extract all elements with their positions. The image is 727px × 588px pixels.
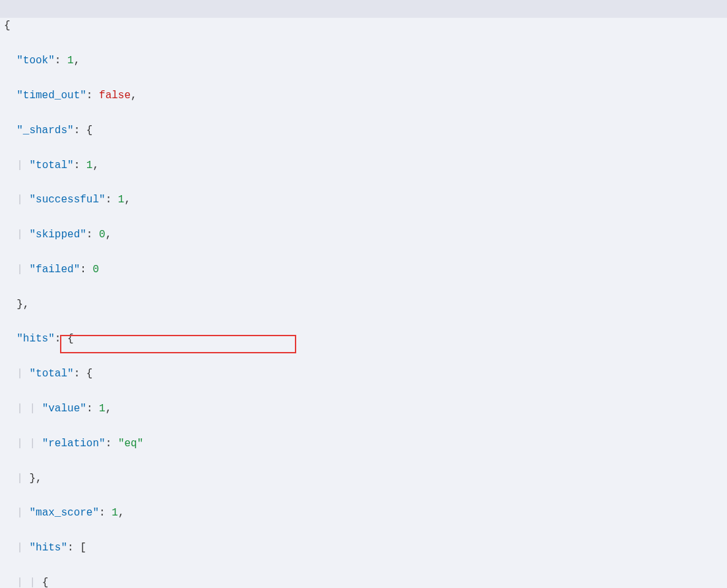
key-shards-successful: successful bbox=[36, 194, 99, 206]
value-hits-total-relation: eq bbox=[124, 438, 137, 450]
key-shards-skipped: skipped bbox=[36, 229, 80, 241]
key-shards: _shards bbox=[23, 125, 67, 136]
key-hits-total-relation: relation bbox=[48, 438, 99, 450]
value-shards-failed: 0 bbox=[92, 264, 99, 276]
value-max-score: 1 bbox=[111, 507, 118, 519]
key-hits-total-value: value bbox=[48, 403, 80, 415]
key-shards-failed: failed bbox=[36, 264, 74, 276]
key-hits-total: total bbox=[36, 368, 67, 380]
value-shards-skipped: 0 bbox=[99, 229, 106, 241]
key-shards-total: total bbox=[36, 160, 67, 171]
value-took: 1 bbox=[67, 55, 74, 67]
value-timed-out: false bbox=[99, 90, 131, 102]
key-took: took bbox=[23, 55, 48, 67]
key-hits-array: hits bbox=[36, 542, 61, 554]
key-timed-out: timed_out bbox=[23, 90, 80, 102]
json-response-viewer: { "took": 1, "timed_out": false, "_shard… bbox=[0, 0, 727, 588]
json-code-block[interactable]: { "took": 1, "timed_out": false, "_shard… bbox=[0, 0, 727, 588]
key-max-score: max_score bbox=[36, 507, 92, 519]
value-hits-total-value: 1 bbox=[99, 403, 106, 415]
key-hits: hits bbox=[23, 333, 48, 345]
